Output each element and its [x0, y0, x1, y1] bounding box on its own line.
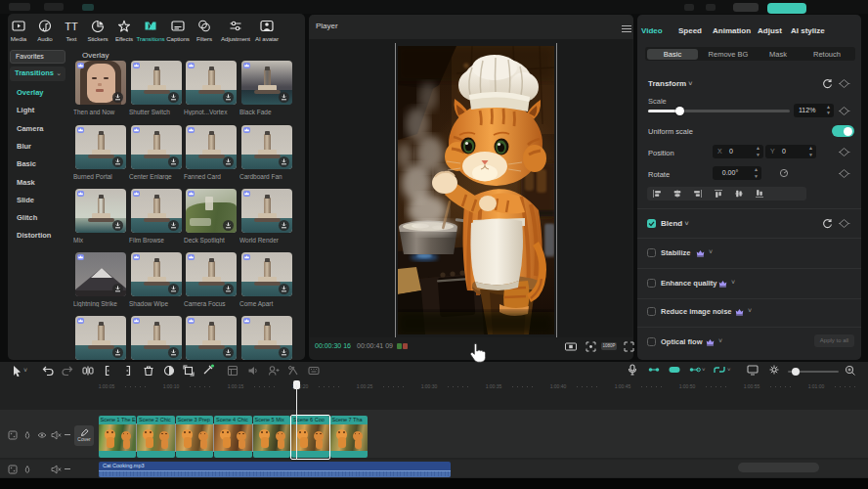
svg-text:TT: TT [65, 21, 78, 32]
